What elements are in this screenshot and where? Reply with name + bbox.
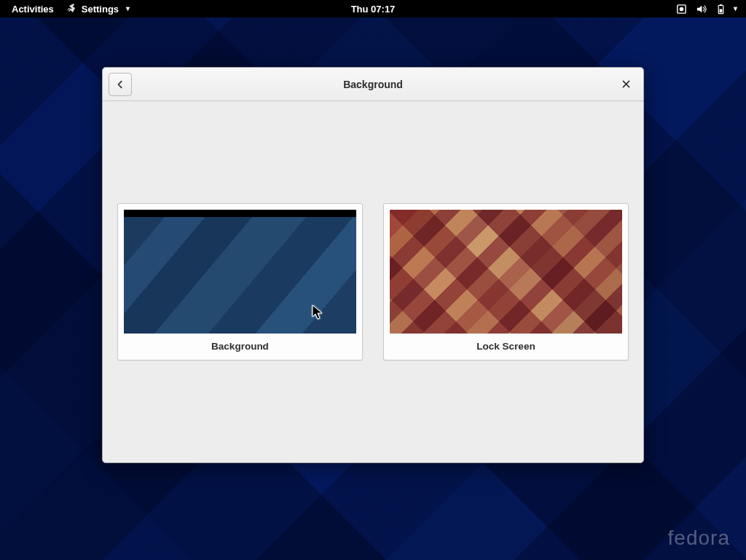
dialog-titlebar: Background (103, 68, 643, 101)
lockscreen-card[interactable]: Lock Screen (383, 203, 629, 360)
background-card[interactable]: Background (117, 203, 363, 360)
fedora-logo: fedora (668, 527, 730, 550)
svg-point-1 (680, 7, 684, 11)
panel-clock[interactable]: Thu 07:17 (351, 4, 396, 15)
mini-panel (124, 210, 356, 217)
dialog-title: Background (343, 79, 403, 90)
accessibility-icon[interactable] (676, 4, 687, 15)
background-card-label: Background (211, 341, 269, 352)
back-button[interactable] (109, 73, 132, 96)
lockscreen-card-label: Lock Screen (476, 341, 535, 352)
svg-rect-3 (720, 4, 722, 4)
chevron-down-icon: ▼ (125, 5, 131, 12)
dialog-content: Background Lock Screen (103, 101, 643, 462)
svg-rect-4 (720, 9, 723, 12)
volume-icon[interactable] (696, 4, 707, 15)
panel-left: Activities Settings ▼ (0, 2, 137, 16)
system-status-area[interactable]: ▼ (676, 4, 746, 15)
background-settings-dialog: Background Background Lock Screen (102, 67, 644, 463)
app-menu-button[interactable]: Settings ▼ (60, 2, 137, 16)
chevron-down-icon: ▼ (732, 5, 739, 12)
lockscreen-preview (390, 210, 622, 334)
background-preview (124, 210, 356, 334)
settings-icon (66, 2, 77, 16)
cursor-icon (312, 304, 323, 320)
top-panel: Activities Settings ▼ Thu 07:17 ▼ (0, 0, 746, 17)
activities-button[interactable]: Activities (6, 4, 60, 15)
close-button[interactable] (614, 73, 637, 96)
battery-icon[interactable] (715, 4, 726, 15)
app-menu-label: Settings (82, 4, 119, 15)
